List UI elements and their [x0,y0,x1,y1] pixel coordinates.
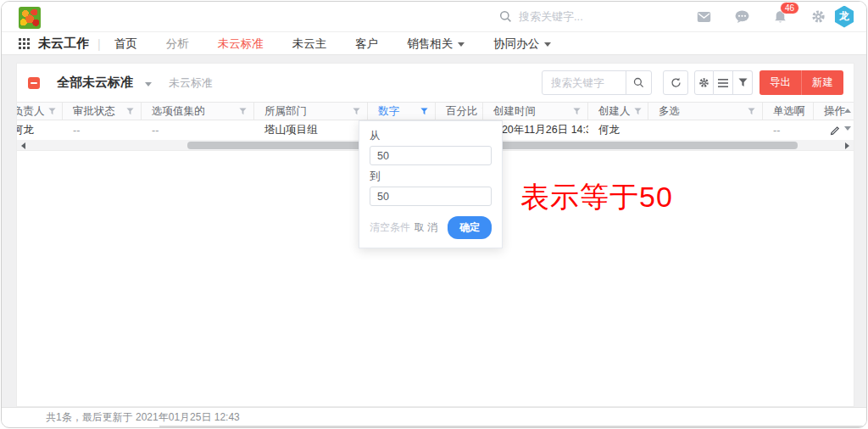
nav-divider: | [97,37,101,51]
settings-button[interactable] [694,70,714,95]
number-filter-popup: 从 到 清空条件 取 消 确定 [359,120,503,248]
cell-single-select: -- [763,125,814,136]
global-search[interactable] [499,10,696,23]
column-label: 创建人 [598,104,631,119]
cell-approval: -- [63,125,142,136]
nav-item-sales[interactable]: 销售相关 [407,36,465,52]
column-filter-icon[interactable] [353,108,360,115]
annotation-text: 表示等于50 [520,178,673,217]
window-scrollbar-thumb[interactable] [159,426,866,428]
chevron-down-icon [458,42,465,47]
table-header: 负责人 审批状态 选项值集的 所属部门 数字 [17,102,854,120]
search-icon [499,10,512,23]
list-search[interactable] [542,70,652,95]
column-label: 百分比 [446,104,478,119]
column-filter-icon[interactable] [748,108,755,115]
column-filter-icon-active[interactable] [420,108,428,115]
workspace-title[interactable]: 未云工作 [38,36,89,52]
nav-item-customers[interactable]: 客户 [355,36,378,52]
create-button[interactable]: 新建 [802,70,843,95]
nav-item-analysis[interactable]: 分析 [166,36,189,52]
view-icon [28,77,40,89]
nav-item-collaboration-label: 协同办公 [493,36,539,52]
list-icon [718,79,728,87]
column-header-department[interactable]: 所属部门 [254,103,368,120]
scroll-right-arrow[interactable] [845,142,849,149]
column-filter-icon[interactable] [126,108,134,115]
view-title[interactable]: 全部未云标准 [57,75,133,91]
list-view-button[interactable] [714,70,733,95]
column-label: 选项值集的 [152,104,236,119]
column-header-creator[interactable]: 创建人 [588,103,648,120]
chevron-down-icon [544,42,551,47]
column-header-owner[interactable]: 负责人 [17,103,63,120]
clear-filter-button[interactable]: 清空条件 [370,220,410,235]
apps-grid-icon[interactable] [19,38,30,49]
status-bar: 共1条，最后更新于 2021年01月25日 12:43 [2,407,866,426]
list-search-button[interactable] [626,71,651,94]
view-subtitle: 未云标准 [169,75,213,91]
column-header-option-set[interactable]: 选项值集的 [142,103,254,120]
refresh-icon [670,77,682,88]
vertical-scrollbar[interactable] [843,103,851,136]
gear-icon [698,77,709,88]
column-label: 负责人 [17,104,45,119]
filter-icon [738,78,748,87]
scroll-down-arrow[interactable] [844,126,851,131]
cell-department: 塔山项目组 [254,123,368,137]
search-icon [633,77,644,88]
cell-creator: 何龙 [588,123,648,137]
global-search-input[interactable] [519,10,654,23]
cancel-button[interactable]: 取 消 [415,220,437,235]
column-header-approval[interactable]: 审批状态 [63,103,142,120]
from-label: 从 [370,129,492,143]
nav-item-collaboration[interactable]: 协同办公 [493,36,551,52]
company-logo[interactable] [19,7,41,29]
column-filter-icon[interactable] [48,108,56,115]
column-header-single-select[interactable]: 单选啊 [763,103,814,120]
scroll-left-arrow[interactable] [21,142,25,149]
from-input[interactable] [370,146,492,165]
cell-option-set: -- [142,125,254,136]
nav-item-weiyun-standard[interactable]: 未云标准 [218,36,264,52]
bell-icon[interactable]: 46 [772,9,787,25]
column-filter-icon[interactable] [239,108,247,115]
main-nav: 未云工作 | 首页 分析 未云标准 未云主 客户 销售相关 协同办公 [2,33,866,55]
column-label: 数字 [378,104,417,119]
column-header-created-time[interactable]: 创建时间 [483,103,588,120]
to-label: 到 [370,170,492,184]
app-window: 46 龙 未云工作 | 首页 分析 未云标准 [1,1,867,428]
confirm-button[interactable]: 确定 [448,216,492,239]
export-button[interactable]: 导出 [760,70,802,95]
notification-badge: 46 [780,2,799,14]
record-summary: 共1条，最后更新于 2021年01月25日 12:43 [46,410,240,425]
column-label: 多选 [659,104,744,119]
chevron-down-icon[interactable] [145,82,152,86]
column-label: 创建时间 [493,104,570,119]
filter-button[interactable] [733,70,753,95]
user-avatar[interactable]: 龙 [834,6,854,28]
edit-pencil-icon[interactable] [830,125,841,136]
scroll-up-arrow[interactable] [844,109,851,113]
list-search-input[interactable] [542,77,626,89]
column-header-percent[interactable]: 百分比 [436,103,483,120]
cell-owner: 何龙 [17,123,63,137]
column-label: 所属部门 [264,104,349,119]
column-label: 审批状态 [73,104,123,119]
to-input[interactable] [370,187,492,206]
refresh-button[interactable] [663,70,688,95]
nav-item-sales-label: 销售相关 [407,36,453,52]
column-header-multi-select[interactable]: 多选 [648,103,763,120]
column-header-number[interactable]: 数字 [368,103,436,120]
column-filter-icon[interactable] [573,108,581,115]
nav-item-home[interactable]: 首页 [114,36,137,52]
column-filter-icon[interactable] [634,108,642,115]
mail-icon[interactable] [696,9,711,25]
top-bar: 46 龙 [2,2,866,32]
list-toolbar: 全部未云标准 未云标准 [17,64,854,102]
nav-item-weiyun-main[interactable]: 未云主 [292,36,327,52]
gear-icon[interactable] [810,9,826,25]
chat-icon[interactable] [734,9,749,25]
column-label: 单选啊 [773,104,806,119]
